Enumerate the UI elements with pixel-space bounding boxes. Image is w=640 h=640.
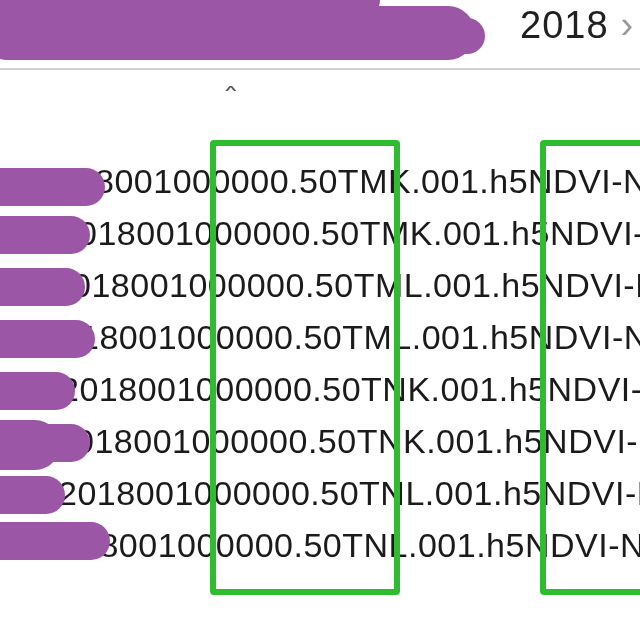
sort-ascending-icon: ˄ <box>222 84 240 110</box>
file-row[interactable]: 018001000000.50TML.001.h5NDVI-NDVI <box>0 259 640 311</box>
file-name-label: 18001000000.50TNL.001.h5NDVI-NDVI <box>80 526 640 564</box>
file-row[interactable]: 018001000000.50TMK.001.h5NDVI-NDVI <box>0 207 640 259</box>
file-name-label: 2018001000000.50TNK.001.h5NDVI-NDVI <box>60 370 640 408</box>
file-list: 8001000000.50TMK.001.h5NDVI-NDVI01800100… <box>0 155 640 571</box>
file-row[interactable]: 18001000000.50TML.001.h5NDVI-NDVI <box>0 311 640 363</box>
file-name-label: 018001000000.50TML.001.h5NDVI-NDVI <box>72 266 640 304</box>
column-header-row[interactable]: ˄ <box>0 70 640 125</box>
breadcrumb-separator-icon: › <box>609 4 635 46</box>
breadcrumb-bar[interactable]: 2018› <box>0 0 640 70</box>
file-name-label: 18001000000.50TML.001.h5NDVI-NDVI <box>80 318 640 356</box>
file-name-label: 2018001000000.50TNL.001.h5NDVI-NDVI <box>58 474 640 512</box>
file-row[interactable]: 2018001000000.50TNL.001.h5NDVI-NDVI <box>0 467 640 519</box>
file-name-label: 018001000000.50TMK.001.h5NDVI-NDVI <box>78 214 640 252</box>
file-row[interactable]: 8001000000.50TMK.001.h5NDVI-NDVI <box>0 155 640 207</box>
file-row[interactable]: 2018001000000.50TNK.001.h5NDVI-NDVI <box>0 363 640 415</box>
breadcrumb-segment[interactable]: 2018› <box>520 4 634 47</box>
file-name-label: 018001000000.50TNK.001.h5NDVI-NDVI <box>75 422 640 460</box>
breadcrumb-folder-label: 2018 <box>520 4 609 46</box>
file-row[interactable]: 018001000000.50TNK.001.h5NDVI-NDVI <box>0 415 640 467</box>
file-row[interactable]: 18001000000.50TNL.001.h5NDVI-NDVI <box>0 519 640 571</box>
file-name-label: 8001000000.50TMK.001.h5NDVI-NDVI <box>95 162 640 200</box>
